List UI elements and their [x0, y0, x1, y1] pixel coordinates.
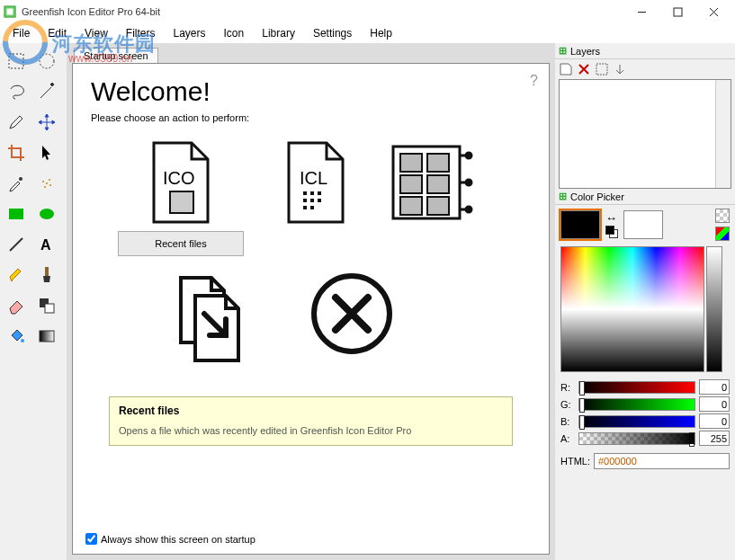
tool-bucket[interactable] — [2, 322, 31, 351]
recent-files-button[interactable]: Recent files — [118, 231, 244, 256]
svg-rect-14 — [45, 267, 49, 276]
tool-eyedropper[interactable] — [2, 169, 31, 198]
svg-text:ICO: ICO — [163, 168, 195, 188]
svg-point-17 — [21, 339, 24, 342]
always-show-label: Always show this screen on startup — [101, 534, 255, 545]
menu-library[interactable]: Library — [253, 25, 304, 41]
tool-rect-shape[interactable] — [2, 200, 31, 228]
background-swatch[interactable] — [623, 210, 663, 239]
menu-filters[interactable]: Filters — [117, 25, 165, 41]
colorpicker-header[interactable]: ⊞Color Picker — [555, 189, 735, 205]
tool-magic-wand[interactable] — [32, 77, 61, 106]
svg-rect-3 — [9, 54, 23, 68]
value-strip[interactable] — [706, 246, 722, 372]
window-title: Greenfish Icon Editor Pro 64-bit — [22, 6, 623, 17]
close-button[interactable] — [695, 1, 731, 22]
minimize-button[interactable] — [623, 1, 659, 22]
tool-crop[interactable] — [2, 138, 31, 167]
svg-point-12 — [40, 209, 54, 219]
menu-view[interactable]: View — [76, 25, 117, 41]
svg-rect-16 — [45, 304, 54, 313]
tool-ellipse-shape[interactable] — [32, 200, 61, 228]
welcome-heading: Welcome! — [91, 76, 531, 107]
transparent-swatch[interactable] — [715, 209, 730, 223]
tool-spray[interactable] — [32, 169, 61, 198]
foreground-swatch[interactable] — [560, 210, 600, 239]
new-layer-icon[interactable] — [559, 62, 573, 76]
right-panel: ⊞Layers ⊞Color Picker ↔ R: — [555, 43, 735, 560]
merge-layer-icon[interactable] — [613, 62, 627, 76]
menu-help[interactable]: Help — [361, 25, 401, 41]
svg-rect-41 — [596, 64, 607, 75]
r-slider[interactable] — [578, 381, 695, 394]
html-color-input[interactable] — [594, 453, 730, 469]
tool-pencil2[interactable] — [2, 261, 31, 289]
layer-props-icon[interactable] — [595, 62, 609, 76]
always-show-checkbox[interactable]: Always show this screen on startup — [85, 533, 255, 545]
icon-library-icon[interactable] — [388, 139, 474, 226]
svg-rect-28 — [303, 206, 307, 209]
always-show-input[interactable] — [85, 533, 97, 545]
menu-icon[interactable]: Icon — [215, 25, 254, 41]
layers-title: Layers — [570, 46, 600, 57]
layers-header[interactable]: ⊞Layers — [555, 43, 735, 59]
svg-rect-24 — [318, 191, 321, 195]
expand-icon: ⊞ — [559, 191, 567, 202]
menu-edit[interactable]: Edit — [39, 25, 76, 41]
svg-point-6 — [46, 182, 48, 184]
tool-ellipse-select[interactable] — [32, 47, 61, 76]
b-input[interactable] — [699, 413, 730, 429]
tool-line[interactable] — [2, 230, 31, 259]
svg-rect-34 — [427, 175, 449, 193]
svg-rect-1 — [7, 9, 13, 15]
startup-screen: ? Welcome! Please choose an action to pe… — [72, 63, 550, 555]
g-label: G: — [560, 399, 575, 410]
layers-list[interactable] — [559, 79, 731, 189]
svg-rect-11 — [9, 209, 23, 219]
svg-text:A: A — [40, 237, 51, 253]
tool-eraser[interactable] — [2, 291, 31, 320]
tool-rect-select[interactable] — [2, 47, 31, 76]
help-icon[interactable]: ? — [530, 73, 538, 89]
tool-move[interactable] — [32, 108, 61, 137]
a-slider[interactable] — [578, 432, 695, 445]
maximize-button[interactable] — [659, 1, 695, 22]
menu-settings[interactable]: Settings — [304, 25, 361, 41]
tool-clone[interactable] — [32, 291, 61, 320]
svg-rect-36 — [427, 197, 449, 215]
menu-layers[interactable]: Layers — [165, 25, 215, 41]
a-input[interactable] — [699, 431, 730, 446]
b-slider[interactable] — [578, 415, 695, 428]
svg-point-5 — [19, 177, 22, 181]
svg-point-4 — [40, 54, 54, 68]
delete-layer-icon[interactable] — [577, 62, 591, 76]
svg-rect-2 — [674, 8, 682, 16]
svg-rect-22 — [303, 191, 307, 195]
svg-rect-33 — [400, 175, 422, 193]
tool-pointer[interactable] — [32, 138, 61, 167]
color-field[interactable] — [560, 246, 704, 372]
svg-point-9 — [44, 186, 46, 188]
tooltip-title: Recent files — [119, 404, 503, 417]
svg-rect-27 — [318, 199, 321, 202]
tab-startup[interactable]: Startup screen — [74, 48, 158, 63]
swap-colors-icon[interactable]: ↔ — [605, 212, 618, 224]
new-ico-icon[interactable]: ICO — [145, 139, 217, 226]
svg-rect-35 — [400, 197, 422, 215]
r-input[interactable] — [699, 379, 730, 395]
inverse-swatch[interactable] — [715, 227, 730, 241]
tool-text[interactable]: A — [32, 230, 61, 259]
tool-lasso[interactable] — [2, 77, 31, 106]
new-icl-icon[interactable]: ICL — [280, 139, 352, 226]
tool-pencil[interactable] — [2, 108, 31, 137]
tool-gradient[interactable] — [32, 322, 61, 351]
svg-point-7 — [42, 181, 44, 182]
open-file-icon[interactable] — [163, 269, 262, 368]
svg-rect-29 — [310, 206, 314, 209]
g-slider[interactable] — [578, 398, 695, 411]
svg-point-37 — [466, 153, 471, 158]
menu-file[interactable]: File — [4, 25, 39, 41]
tool-brush[interactable] — [32, 261, 61, 289]
g-input[interactable] — [699, 396, 730, 412]
close-startup-icon[interactable] — [307, 269, 397, 359]
